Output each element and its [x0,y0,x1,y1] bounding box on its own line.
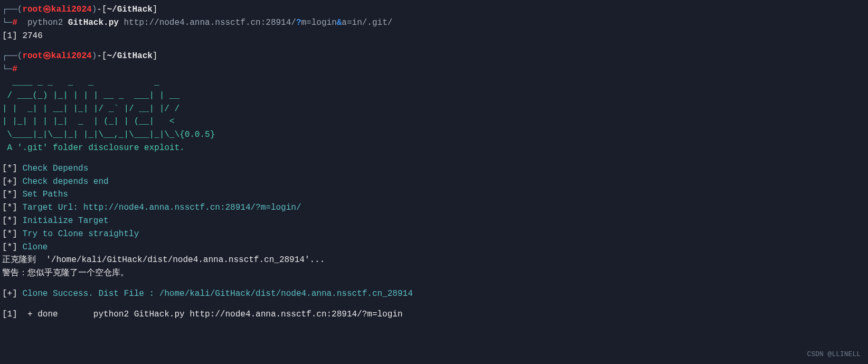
step-2: [*] Set Paths [2,188,866,201]
prompt-line-2-cmd[interactable]: └─# [2,63,866,76]
step-6: [*] Clone [2,241,866,254]
ascii-3: | |_| | | |_| _ | (_| | (__| < [2,115,866,128]
step-3: [*] Target Url: http://node4.anna.nssctf… [2,201,866,214]
ascii-1: / ___(_) |_| | | | __ _ ___| | __ [2,89,866,102]
ascii-0: ____ _ _ _ _ _ [2,76,866,89]
step-5: [*] Try to Clone straightly [2,228,866,241]
step-success: [+] Clone Success. Dist File : /home/kal… [2,287,866,301]
step-4: [*] Initialize Target [2,214,866,228]
ascii-2: | | _| | __| |_| |/ _` |/ __| |/ / [2,102,866,116]
ascii-5: A '.git' folder disclosure exploit. [2,142,866,155]
output-warning: 警告：您似乎克隆了一个空仓库。 [2,267,866,280]
step-1: [+] Check depends end [2,175,866,189]
ascii-4: \____|_|\__|_| |_|\__,_|\___|_|\_\{0.0.5… [2,128,866,142]
prompt-line-2-top: ┌──(root㉿kali2024)-[~/GitHack] [2,50,866,63]
output-clone: 正克隆到 '/home/kali/GitHack/dist/node4.anna… [2,254,866,267]
job-id: [1] 2746 [2,30,866,43]
step-0: [*] Check Depends [2,162,866,175]
watermark: CSDN @LLINELL [807,349,861,360]
prompt-line-1-cmd[interactable]: └─# python2 GitHack.py http://node4.anna… [2,16,866,30]
prompt-line-1-top: ┌──(root㉿kali2024)-[~/GitHack] [2,3,866,16]
job-done: [1] + done python2 GitHack.py http://nod… [2,308,866,321]
